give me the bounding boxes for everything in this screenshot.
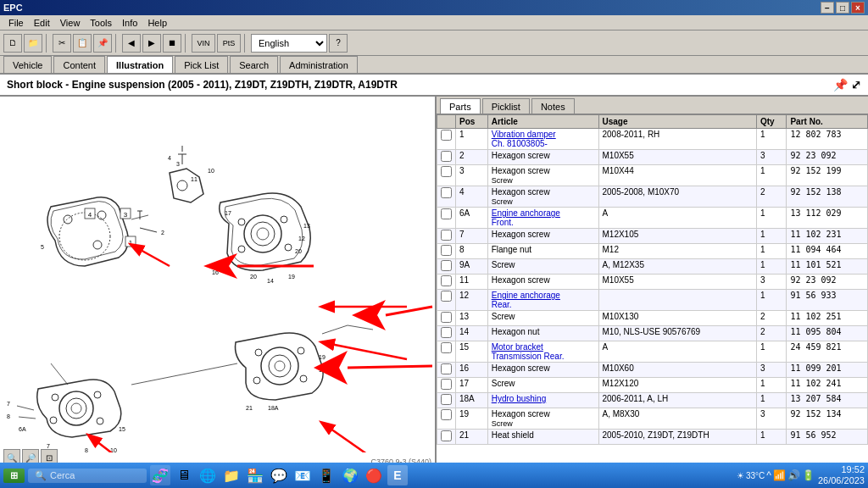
- svg-point-19: [257, 228, 269, 240]
- row-checkbox[interactable]: [441, 409, 452, 420]
- tab-vehicle[interactable]: Vehicle: [3, 56, 52, 73]
- row-checkbox[interactable]: [441, 342, 452, 353]
- tab-content[interactable]: Content: [53, 56, 105, 73]
- toolbar-copy[interactable]: 📋: [73, 34, 92, 53]
- tab-administration[interactable]: Administration: [280, 56, 358, 73]
- row-checkbox[interactable]: [441, 327, 452, 338]
- tab-picklist[interactable]: Pick List: [175, 56, 228, 73]
- row-qty: 3: [757, 408, 787, 430]
- taskbar-app-2[interactable]: 🖥: [174, 465, 194, 485]
- taskbar-app-8[interactable]: 📱: [316, 465, 337, 485]
- maximize-button[interactable]: □: [836, 2, 849, 14]
- row-checkbox[interactable]: [441, 312, 452, 323]
- taskbar-app-epc[interactable]: E: [387, 465, 408, 485]
- row-article[interactable]: Engine anchorageFront.: [487, 208, 598, 229]
- taskbar-app-10[interactable]: 🔴: [364, 465, 384, 485]
- row-checkbox[interactable]: [441, 363, 452, 374]
- menu-edit[interactable]: Edit: [29, 18, 55, 28]
- row-checkbox[interactable]: [441, 230, 452, 241]
- expand-icon[interactable]: ⤢: [851, 78, 861, 92]
- row-checkbox[interactable]: [441, 379, 452, 390]
- row-pos: 11: [456, 274, 488, 290]
- row-usage: 2008-2011, RH: [598, 129, 757, 150]
- row-partno: 91 56 933: [787, 290, 868, 311]
- toolbar-back[interactable]: ◀: [122, 34, 141, 53]
- toolbar-help[interactable]: ?: [329, 34, 348, 53]
- row-checkbox[interactable]: [441, 245, 452, 256]
- row-checkbox[interactable]: [441, 430, 452, 441]
- article-link[interactable]: Engine anchorage: [492, 208, 560, 218]
- toolbar-stop[interactable]: ⏹: [163, 34, 181, 53]
- row-pos: 14: [456, 326, 488, 341]
- row-article[interactable]: Hydro bushing: [487, 393, 598, 408]
- sub-tab-picklist[interactable]: Picklist: [482, 98, 530, 114]
- tab-search[interactable]: Search: [230, 56, 278, 73]
- taskbar-app-5[interactable]: 🏪: [245, 465, 265, 485]
- pin-icon[interactable]: 📌: [833, 78, 848, 92]
- row-article[interactable]: Motor bracketTransmission Rear.: [487, 341, 598, 363]
- diagram-svg: 1 2 3 4 11 1: [0, 97, 437, 452]
- row-article[interactable]: Engine anchorageRear.: [487, 290, 598, 311]
- svg-line-63: [322, 325, 348, 334]
- row-partno: 11 099 201: [787, 363, 868, 378]
- sub-tab-notes[interactable]: Notes: [531, 98, 575, 114]
- language-select[interactable]: English: [251, 34, 327, 53]
- tab-illustration[interactable]: Illustration: [107, 56, 173, 73]
- menu-help[interactable]: Help: [142, 18, 172, 28]
- network-icon[interactable]: 📶: [773, 469, 786, 481]
- sys-tray-icon1[interactable]: ^: [766, 469, 771, 481]
- menu-file[interactable]: File: [3, 18, 29, 28]
- row-checkbox[interactable]: [441, 260, 452, 271]
- row-article: Hexagon screw: [487, 274, 598, 290]
- table-row: 3Hexagon screwScrewM10X44192 152 199: [437, 165, 868, 186]
- row-checkbox[interactable]: [441, 187, 452, 198]
- svg-text:15: 15: [119, 426, 125, 432]
- temp-icon: ☀: [737, 471, 744, 480]
- menu-info[interactable]: Info: [117, 18, 142, 28]
- menu-tools[interactable]: Tools: [85, 18, 117, 28]
- toolbar-forward[interactable]: ▶: [142, 34, 161, 53]
- col-partno: Part No.: [787, 115, 868, 129]
- row-article[interactable]: Vibration damperCh. 81003805-: [487, 129, 598, 150]
- row-checkbox[interactable]: [441, 166, 452, 177]
- row-checkbox[interactable]: [441, 130, 452, 141]
- svg-point-18: [251, 222, 275, 246]
- toolbar-cut[interactable]: ✂: [53, 34, 71, 53]
- article-link[interactable]: Engine anchorage: [492, 291, 560, 300]
- taskbar-app-1[interactable]: 🧬: [150, 465, 170, 485]
- table-row: 13ScrewM10X130211 102 251: [437, 311, 868, 326]
- table-row: 16Hexagon screwM10X60311 099 201: [437, 363, 868, 378]
- article-link[interactable]: Motor bracket: [492, 342, 543, 352]
- row-article: Hexagon screw: [487, 363, 598, 378]
- minimize-button[interactable]: −: [821, 2, 834, 14]
- svg-marker-77: [352, 300, 386, 330]
- speaker-icon[interactable]: 🔊: [787, 469, 800, 481]
- row-checkbox[interactable]: [441, 208, 452, 219]
- article-link[interactable]: Vibration damper: [492, 130, 556, 139]
- start-button[interactable]: ⊞: [3, 469, 25, 483]
- windows-icon: ⊞: [10, 470, 18, 481]
- window-controls[interactable]: − □ ×: [821, 2, 865, 14]
- row-checkbox[interactable]: [441, 151, 452, 162]
- taskbar-app-9[interactable]: 🌍: [340, 465, 360, 485]
- search-bar[interactable]: 🔍 Cerca: [28, 469, 147, 483]
- row-checkbox[interactable]: [441, 291, 452, 302]
- row-checkbox[interactable]: [441, 394, 452, 405]
- battery-icon[interactable]: 🔋: [802, 469, 815, 481]
- sub-tab-parts[interactable]: Parts: [440, 98, 481, 114]
- menu-view[interactable]: View: [55, 18, 86, 28]
- toolbar-open[interactable]: 📁: [24, 34, 42, 53]
- taskbar-app-4[interactable]: 📁: [221, 465, 242, 485]
- diagram-panel: 1 2 3 4 11 1: [0, 97, 437, 469]
- row-checkbox[interactable]: [441, 275, 452, 286]
- toolbar-vin[interactable]: VIN: [192, 34, 215, 53]
- row-partno: 11 095 804: [787, 326, 868, 341]
- taskbar-app-3[interactable]: 🌐: [198, 465, 218, 485]
- article-link[interactable]: Hydro bushing: [492, 394, 546, 403]
- close-button[interactable]: ×: [851, 2, 865, 14]
- toolbar-new[interactable]: 🗋: [3, 34, 22, 53]
- taskbar-app-7[interactable]: 📧: [292, 465, 313, 485]
- toolbar-paste[interactable]: 📌: [93, 34, 112, 53]
- taskbar-app-6[interactable]: 💬: [269, 465, 289, 485]
- toolbar-pts[interactable]: PtS: [217, 34, 241, 53]
